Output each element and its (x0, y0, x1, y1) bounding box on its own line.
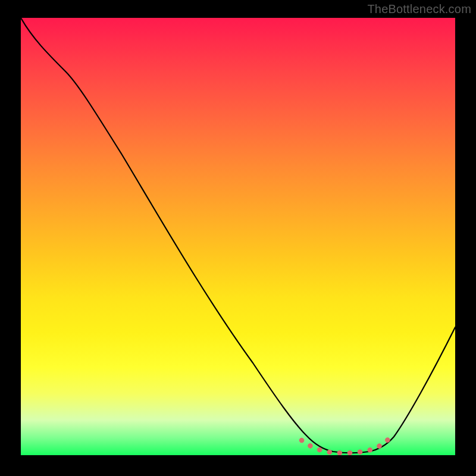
bottleneck-curve (21, 18, 455, 455)
optimal-range-dots (302, 439, 389, 453)
plot-area (21, 18, 455, 455)
chart-frame: TheBottleneck.com (0, 0, 476, 476)
curve-path (21, 18, 455, 453)
watermark-text: TheBottleneck.com (367, 2, 471, 16)
